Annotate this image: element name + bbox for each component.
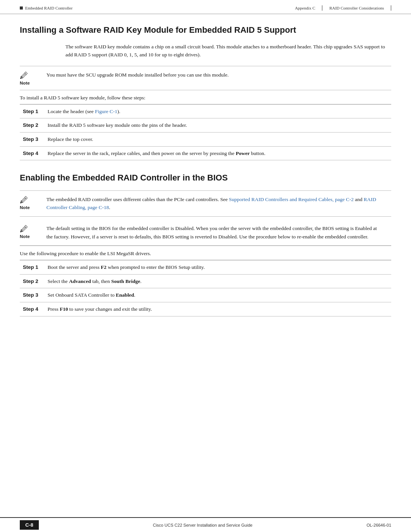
step2-text-after-3: . (134, 292, 135, 298)
table-row: Step 2 Install the RAID 5 software key m… (20, 118, 391, 133)
table-row: Step 4 Press F10 to save your changes an… (20, 302, 391, 316)
step-content-1-2: Install the RAID 5 software key module o… (45, 118, 391, 133)
step2-text-before-1: Boot the server and press (48, 264, 101, 270)
note-text-2: The embedded RAID controller uses differ… (46, 195, 391, 212)
step2-text-after-1: when prompted to enter the BIOS Setup ut… (107, 264, 205, 270)
step-label-1-3: Step 3 (20, 132, 45, 146)
note-icon-col-2: 🖉 Note (20, 195, 46, 210)
header-section-label: Embedded RAID Controller (25, 6, 73, 10)
page-footer: C-8 Cisco UCS C22 Server Installation an… (0, 517, 411, 532)
note-icon-col-3: 🖉 Note (20, 224, 46, 239)
proc-intro-2: Use the following procedure to enable th… (20, 246, 391, 260)
step-label-1-4: Step 4 (20, 146, 45, 160)
header-title: RAID Controller Considerations (329, 6, 384, 10)
note-label-2: Note (20, 205, 30, 210)
proc-intro-text-1: To install a RAID 5 software key module,… (20, 95, 145, 101)
step2-text-before-3: Set Onboard SATA Controller to (48, 292, 116, 298)
step-text-before-1-1: Locate the header (see (48, 109, 95, 114)
step-content-2-1: Boot the server and press F2 when prompt… (45, 260, 391, 275)
note2-link1[interactable]: Supported RAID Controllers and Required … (229, 197, 354, 202)
step-content-2-4: Press F10 to save your changes and exit … (45, 302, 391, 316)
page-number: C-8 (20, 520, 39, 530)
step-content-2-2: Select the Advanced tab, then South Brid… (45, 274, 391, 288)
step-content-1-3: Replace the top cover. (45, 132, 391, 146)
step-bold-1-4: Power (236, 150, 250, 156)
header-square-icon (20, 6, 23, 10)
step-link-1-1[interactable]: Figure C-1 (95, 109, 117, 114)
header-divider-right (391, 5, 391, 11)
step2-bold2-2: South Bridge (111, 278, 140, 284)
section1-intro: The software RAID key module contains a … (65, 43, 391, 59)
note-text-1: You must have the SCU upgrade ROM module… (46, 71, 391, 79)
step2-bold-4: F10 (60, 306, 68, 312)
step-text-before-1-4: Replace the server in the rack, replace … (48, 150, 236, 156)
step-label-2-2: Step 2 (20, 274, 45, 288)
step-label-1-2: Step 2 (20, 118, 45, 133)
note-pencil-icon-2: 🖉 (20, 196, 28, 204)
note-block-1: 🖉 Note You must have the SCU upgrade ROM… (20, 66, 391, 90)
note2-text-before: The embedded RAID controller uses differ… (46, 197, 229, 202)
step2-bold-3: Enabled (116, 292, 134, 298)
table-row: Step 3 Set Onboard SATA Controller to En… (20, 288, 391, 302)
main-content: Installing a Software RAID Key Module fo… (0, 14, 411, 517)
steps-table-1: Step 1 Locate the header (see Figure C-1… (20, 104, 391, 160)
step-label-2-4: Step 4 (20, 302, 45, 316)
step-content-1-4: Replace the server in the rack, replace … (45, 146, 391, 160)
steps-table-2: Step 1 Boot the server and press F2 when… (20, 260, 391, 316)
step2-text-after-2: . (140, 278, 141, 284)
step2-text-before-2: Select the (48, 278, 69, 284)
note-label-1: Note (20, 81, 30, 85)
note-block-3: 🖉 Note The default setting in the BIOS f… (20, 220, 391, 246)
step-content-1-1: Locate the header (see Figure C-1). (45, 104, 391, 118)
note-icon-col-1: 🖉 Note (20, 71, 46, 85)
table-row: Step 4 Replace the server in the rack, r… (20, 146, 391, 160)
step-text-after-1-4: button. (250, 150, 265, 156)
table-row: Step 3 Replace the top cover. (20, 132, 391, 146)
header-divider (322, 5, 322, 11)
step2-text-mid-2: tab, then (91, 278, 111, 284)
proc-intro-text-2: Use the following procedure to enable th… (20, 251, 151, 256)
page-header: Embedded RAID Controller Appendix C RAID… (0, 0, 411, 14)
step2-bold1-2: Advanced (69, 278, 91, 284)
step2-text-after-4: to save your changes and exit the utilit… (68, 306, 152, 312)
note2-text-mid: and (354, 197, 363, 202)
note-pencil-icon-3: 🖉 (20, 225, 28, 233)
footer-doc-number: OL-26646-01 (366, 523, 391, 527)
section1-heading: Installing a Software RAID Key Module fo… (20, 25, 391, 36)
note-label-3: Note (20, 234, 30, 239)
step2-bold-1: F2 (101, 264, 107, 270)
note-pencil-icon-1: 🖉 (20, 72, 28, 80)
page-wrapper: Embedded RAID Controller Appendix C RAID… (0, 0, 411, 532)
note-text-3: The default setting in the BIOS for the … (46, 224, 391, 241)
step2-text-before-4: Press (48, 306, 60, 312)
step-label-2-1: Step 1 (20, 260, 45, 275)
header-appendix: Appendix C (295, 6, 315, 10)
note2-text-after: . (109, 204, 110, 210)
header-left: Embedded RAID Controller (20, 6, 73, 10)
table-row: Step 2 Select the Advanced tab, then Sou… (20, 274, 391, 288)
step-text-after-1-1: ). (117, 109, 120, 114)
table-row: Step 1 Locate the header (see Figure C-1… (20, 104, 391, 118)
proc-intro-1: To install a RAID 5 software key module,… (20, 90, 391, 104)
footer-doc-title: Cisco UCS C22 Server Installation and Se… (39, 523, 366, 527)
step-content-2-3: Set Onboard SATA Controller to Enabled. (45, 288, 391, 302)
table-row: Step 1 Boot the server and press F2 when… (20, 260, 391, 275)
header-right: Appendix C RAID Controller Consideration… (295, 5, 391, 11)
step-label-1-1: Step 1 (20, 104, 45, 118)
note-block-2: 🖉 Note The embedded RAID controller uses… (20, 190, 391, 217)
step-label-2-3: Step 3 (20, 288, 45, 302)
section2-heading: Enabling the Embedded RAID Controller in… (20, 173, 391, 184)
